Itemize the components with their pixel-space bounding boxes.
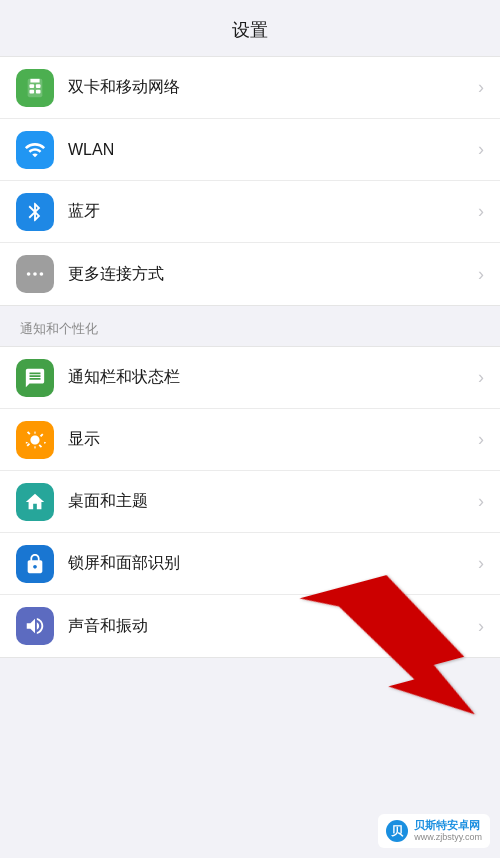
chevron-notif: › xyxy=(478,367,484,388)
svg-rect-2 xyxy=(36,84,41,88)
chevron-sim: › xyxy=(478,77,484,98)
settings-item-sim[interactable]: 双卡和移动网络 › xyxy=(0,57,500,119)
display-icon xyxy=(16,421,54,459)
desktop-label: 桌面和主题 xyxy=(68,491,478,512)
sim-label: 双卡和移动网络 xyxy=(68,77,478,98)
page-title: 设置 xyxy=(0,0,500,56)
sim-icon xyxy=(16,69,54,107)
settings-item-lockscreen[interactable]: 锁屏和面部识别 › xyxy=(0,533,500,595)
settings-item-desktop[interactable]: 桌面和主题 › xyxy=(0,471,500,533)
bluetooth-label: 蓝牙 xyxy=(68,201,478,222)
display-label: 显示 xyxy=(68,429,478,450)
settings-item-more[interactable]: 更多连接方式 › xyxy=(0,243,500,305)
svg-rect-4 xyxy=(36,89,41,93)
svg-point-7 xyxy=(40,272,44,276)
settings-item-wlan[interactable]: WLAN › xyxy=(0,119,500,181)
watermark-text: 贝斯特安卓网 www.zjbstyy.com xyxy=(414,818,482,844)
lock-icon xyxy=(16,545,54,583)
personalization-group: 通知栏和状态栏 › 显示 › 桌面和主题 › 锁屏和面部识别 › xyxy=(0,346,500,658)
svg-point-6 xyxy=(33,272,37,276)
svg-rect-1 xyxy=(30,84,35,88)
lockscreen-label: 锁屏和面部识别 xyxy=(68,553,478,574)
settings-item-bluetooth[interactable]: 蓝牙 › xyxy=(0,181,500,243)
more-label: 更多连接方式 xyxy=(68,264,478,285)
bt-icon xyxy=(16,193,54,231)
sound-icon xyxy=(16,607,54,645)
settings-item-display[interactable]: 显示 › xyxy=(0,409,500,471)
notif-label: 通知栏和状态栏 xyxy=(68,367,478,388)
chevron-display: › xyxy=(478,429,484,450)
section-personalization: 通知和个性化 xyxy=(0,306,500,346)
chevron-wlan: › xyxy=(478,139,484,160)
chevron-desktop: › xyxy=(478,491,484,512)
connectivity-group: 双卡和移动网络 › WLAN › 蓝牙 › xyxy=(0,56,500,306)
svg-rect-3 xyxy=(30,89,35,93)
sound-label: 声音和振动 xyxy=(68,616,478,637)
wlan-label: WLAN xyxy=(68,141,478,159)
chevron-lock: › xyxy=(478,553,484,574)
settings-item-sound[interactable]: 声音和振动 › xyxy=(0,595,500,657)
notif-icon xyxy=(16,359,54,397)
wifi-icon xyxy=(16,131,54,169)
watermark-logo: 贝 xyxy=(386,820,408,842)
chevron-bt: › xyxy=(478,201,484,222)
watermark: 贝 贝斯特安卓网 www.zjbstyy.com xyxy=(378,814,490,848)
desktop-icon xyxy=(16,483,54,521)
more-icon xyxy=(16,255,54,293)
settings-item-notifications[interactable]: 通知栏和状态栏 › xyxy=(0,347,500,409)
svg-point-5 xyxy=(27,272,31,276)
chevron-more: › xyxy=(478,264,484,285)
chevron-sound: › xyxy=(478,616,484,637)
